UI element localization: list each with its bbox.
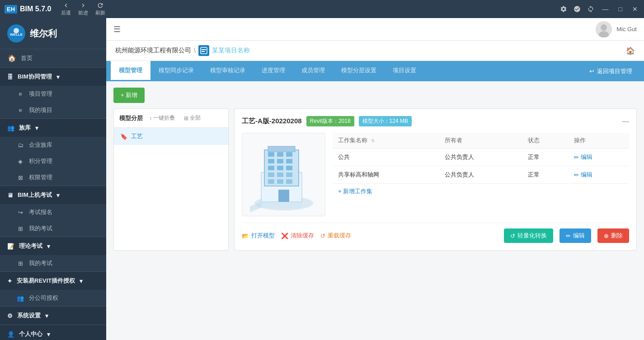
user-icon[interactable] [573,5,581,13]
permission-icon: ⊠ [16,174,24,181]
tab-member-mgmt[interactable]: 成员管理 [293,61,333,81]
sidebar-item-permission[interactable]: ⊠ 权限管理 [0,169,106,186]
sidebar-item-my-project[interactable]: ≡ 我的项目 [0,102,106,118]
tree-item-craft[interactable]: 🔖 工艺 [114,128,228,145]
install-revit-arrow: ▾ [80,278,83,284]
theory-exam-label: 理论考试 [19,242,42,250]
status-cell: 正常 [522,166,569,184]
sidebar-section-bim-collab[interactable]: 🗄 BIM协同管理 ▾ [0,67,106,86]
sidebar-home-label: 首页 [21,54,99,62]
sidebar-item-theory-my-exam[interactable]: ⊞ 我的考试 [0,255,106,271]
user-name[interactable]: Mic Gut [616,26,637,33]
pencil-icon: ✏ [574,172,579,178]
sync-icon[interactable] [587,5,594,13]
table-row: 共享标高和轴网 公共负责人 正常 ✏ 编辑 [333,166,629,184]
forward-button[interactable]: 前进 [75,1,91,17]
sidebar-section-bim-exam[interactable]: 🖥 BIM上机考试 ▾ [0,186,106,204]
user-avatar[interactable] [596,21,612,37]
svg-rect-26 [277,179,283,184]
svg-rect-19 [268,166,274,170]
back-to-project-mgmt[interactable]: ↩ 返回项目管理 [582,61,639,81]
brand-name: 维尔利 [30,28,57,40]
main-content: + 新增 模型分层 ↕ 一键折叠 ⊞ 全部 [106,81,644,340]
theory-my-exam-label: 我的考试 [29,259,52,267]
tab-model-sync[interactable]: 模型同步记录 [150,61,202,81]
col-action: 操作 [569,133,629,149]
hamburger-menu[interactable]: ☰ [113,24,121,34]
collapse-icon: ↕ [149,115,152,121]
model-tree-panel: 模型分层 ↕ 一键折叠 ⊞ 全部 🔖 工艺 [113,108,229,251]
sidebar-item-project-mgmt[interactable]: ≡ 项目管理 [0,86,106,102]
edit-row-1[interactable]: ✏ 编辑 [574,171,624,179]
add-workset-button[interactable]: + 新增工作集 [333,184,378,199]
back-button[interactable]: 后退 [58,1,74,17]
show-all-btn[interactable]: ⊞ 全部 [181,113,203,123]
branch-auth-icon: 👥 [16,295,24,302]
sidebar-section-system-settings[interactable]: ⚙ 系统设置 ▾ [0,306,106,325]
light-convert-button[interactable]: ↺ 轻量化转换 [504,228,553,243]
svg-rect-18 [286,159,292,163]
sidebar-item-branch-auth[interactable]: 👥 分公司授权 [0,290,106,306]
sidebar-section-install-revit[interactable]: ✦ 安装易REVIT插件授权 ▾ [0,271,106,290]
edit-row-0[interactable]: ✏ 编辑 [574,153,624,161]
sidebar-section-theory-exam[interactable]: 📝 理论考试 ▾ [0,237,106,255]
bim-exam-arrow: ▾ [56,192,60,199]
add-model-button[interactable]: + 新增 [113,88,145,103]
tab-model-review[interactable]: 模型审核记录 [202,61,254,81]
pencil-icon: ✏ [574,154,579,161]
minimize-card-button[interactable]: — [622,117,629,126]
sidebar-item-exam-register[interactable]: ↪ 考试报名 [0,204,106,220]
svg-rect-23 [277,172,283,177]
breadcrumb-home-icon[interactable]: 🏠 [626,47,635,55]
owner-cell: 公共负责人 [439,166,522,184]
reload-cache-button[interactable]: ↺ 重载缓存 [320,232,351,240]
clear-icon: ❌ [281,233,288,239]
delete-model-button[interactable]: ⊗ 删除 [597,228,629,243]
sidebar-item-enterprise-family[interactable]: 🗂 企业族库 [0,137,106,153]
bookmark-icon: 🔖 [120,133,127,140]
maximize-button[interactable]: □ [617,5,624,13]
bim-logo-text: EH [5,5,17,14]
svg-rect-12 [268,146,295,152]
delete-icon: ⊗ [604,233,609,239]
action-cell: ✏ 编辑 [569,149,629,166]
window-controls: — □ ✕ [560,5,639,13]
sidebar-item-home[interactable]: 🏠 首页 [0,49,106,67]
edit-model-button[interactable]: ✏ 编辑 [559,228,591,243]
settings-icon[interactable] [560,5,567,13]
model-title: 工艺-A版-20220208 [242,117,302,126]
exam-register-label: 考试报名 [29,208,52,216]
refresh-button[interactable]: 刷新 [93,1,108,17]
svg-rect-21 [286,166,292,170]
tab-model-mgmt[interactable]: 模型管理 [111,61,150,81]
collapse-all-btn[interactable]: ↕ 一键折叠 [146,113,178,123]
convert-icon: ↺ [510,233,515,239]
close-button[interactable]: ✕ [630,5,639,13]
svg-rect-6 [201,47,207,54]
permission-label: 权限管理 [29,173,52,182]
show-all-label: 全部 [190,114,201,122]
sidebar-section-family[interactable]: 👥 族库 ▾ [0,118,106,137]
collapse-label: 一键折叠 [153,114,175,122]
family-arrow: ▾ [35,125,38,131]
sidebar-item-my-exam[interactable]: ⊞ 我的考试 [0,220,106,237]
revit-version-badge: Revit版本：2018 [306,116,354,126]
enterprise-family-label: 企业族库 [29,141,52,149]
open-model-button[interactable]: 📂 打开模型 [242,232,275,240]
system-settings-label: 系统设置 [17,312,41,320]
install-revit-label: 安装易REVIT插件授权 [17,277,75,285]
back-label: 返回项目管理 [597,67,632,75]
tab-model-layer[interactable]: 模型分层设置 [333,61,385,81]
breadcrumb-project: 某某项目名称 [212,47,250,55]
home-icon: 🏠 [7,54,16,62]
minimize-button[interactable]: — [601,5,611,13]
sidebar-section-personal[interactable]: 👤 个人中心 ▾ [0,325,106,340]
tab-progress-mgmt[interactable]: 进度管理 [254,61,293,81]
grid-icon: ⊞ [184,115,188,121]
clear-cache-button[interactable]: ❌ 清除缓存 [281,232,314,240]
project-mgmt-label: 项目管理 [29,90,52,98]
svg-rect-20 [277,166,283,170]
svg-rect-14 [277,152,283,157]
sidebar-item-points-mgmt[interactable]: ◈ 积分管理 [0,153,106,169]
tab-project-settings[interactable]: 项目设置 [385,61,424,81]
